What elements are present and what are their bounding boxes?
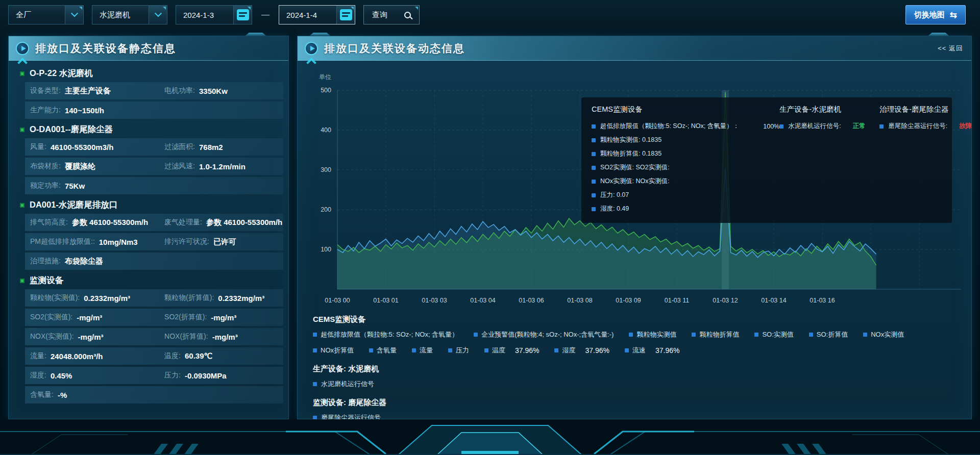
- legend-item[interactable]: 湿度37.96%: [554, 346, 609, 355]
- field-value: 24048.000m³/h: [51, 352, 103, 361]
- section-header: DA001-水泥磨尾排放口: [13, 196, 284, 214]
- legend-item[interactable]: 温度37.96%: [484, 346, 539, 355]
- field-label: 设备类型:: [30, 86, 61, 95]
- legend-item-label: SO:实测值: [762, 330, 793, 339]
- field-label: 流量:: [30, 351, 46, 361]
- legend-item[interactable]: SO:实测值: [754, 330, 793, 339]
- legend-item[interactable]: 压力: [448, 346, 469, 355]
- field-value: 布袋除尘器: [65, 257, 103, 266]
- green-square-icon: [20, 71, 24, 76]
- legend-item-label: SO:折算值: [817, 330, 848, 339]
- legend-marker-icon: [592, 166, 596, 170]
- info-row: 排气筒高度:参数 46100-55300m/h废气处理量:参数 46100-55…: [25, 214, 283, 231]
- info-field: 颗粒物(实测值):0.2332mg/m³: [25, 289, 159, 307]
- legend-item[interactable]: 含氧量: [369, 346, 397, 355]
- svg-text:500: 500: [321, 87, 331, 94]
- info-row: 湿度:0.45%压力:-0.0930MPa: [25, 367, 283, 384]
- field-label: 温度:: [164, 351, 181, 361]
- plant-select-dropdown-button[interactable]: [65, 6, 83, 24]
- static-info-panel: 排放口及关联设备静态信息 O-P-22 水泥磨机设备类型:主要生产设备电机功率:…: [8, 36, 289, 419]
- legend-marker-icon: [625, 348, 629, 352]
- field-label: 排气筒高度:: [30, 218, 68, 227]
- back-button[interactable]: << 返回: [938, 44, 963, 53]
- tooltip-item-value: 100%: [763, 123, 779, 130]
- field-label: 过滤风速:: [164, 162, 195, 171]
- info-field: NOX(实测值):-mg/m³: [25, 328, 159, 345]
- legend-item[interactable]: NOx折算值: [313, 346, 354, 355]
- production-signal-item[interactable]: 水泥磨机运行信号: [313, 380, 963, 389]
- legend-row-1: 超低排放限值（颗拉物:5: SOz-; NOx; 含氧量）企业预警值(颗粒物:4…: [313, 330, 963, 339]
- field-value: 已许可: [213, 237, 236, 247]
- info-row: 设备类型:主要生产设备电机功率:3350Kw: [25, 82, 283, 99]
- date-to-picker-button[interactable]: [336, 6, 355, 24]
- tooltip-item-text: 湿度: 0.49: [600, 205, 629, 213]
- tooltip-production-header: 生产设备-水泥磨机: [779, 105, 879, 114]
- tooltip-treatment-signal: 磨尾除尘器运行信号: 故障: [879, 122, 972, 131]
- legend-marker-icon: [592, 193, 596, 197]
- field-value: 覆膜涤纶: [65, 162, 95, 171]
- legend-item[interactable]: 流量: [412, 346, 433, 355]
- field-label: 湿度:: [30, 371, 46, 380]
- legend-marker-icon: [474, 333, 478, 337]
- field-label: 废气处理量:: [164, 218, 202, 227]
- query-button[interactable]: 查询: [363, 5, 420, 24]
- svg-text:单位: 单位: [319, 73, 331, 81]
- legend-marker-icon: [754, 333, 758, 337]
- info-row: 治理措施:布袋除尘器: [25, 252, 283, 270]
- info-field: 额定功率:75Kw: [25, 177, 159, 194]
- legend-item[interactable]: 颗粒物实测值: [629, 330, 676, 339]
- info-field: 过滤面积:768m2: [159, 138, 283, 156]
- info-row: 颗粒物(实测值):0.2332mg/m³颗粒物(折算值):0.2332mg/m³: [25, 289, 283, 307]
- static-info-panel-title: 排放口及关联设备静态信息: [35, 41, 176, 56]
- date-from-input[interactable]: 2024-1-3: [176, 5, 252, 24]
- plant-select[interactable]: 全厂: [8, 5, 84, 24]
- legend-marker-icon: [592, 180, 596, 184]
- legend-item[interactable]: 超低排放限值（颗拉物:5: SOz-; NOx; 含氧量）: [313, 330, 458, 339]
- info-field: 风量:46100-55300m3/h: [25, 138, 159, 156]
- tooltip-item-text: NOx实测值: NOx实测值:: [600, 177, 669, 186]
- signal-label: 水泥磨机运行信号:: [788, 122, 841, 131]
- svg-text:01-03 11: 01-03 11: [665, 297, 689, 304]
- tooltip-item-text: 颗粒物折算值: 0.1835: [600, 149, 662, 158]
- info-field: 电机功率:3350Kw: [159, 82, 283, 99]
- chart-tooltip: CEMS监测设备 超低排放限值（颗拉物:5: SOz-; NOx; 含氧量）：1…: [581, 97, 952, 223]
- query-button-label: 查询: [372, 10, 404, 20]
- section-header: O-P-22 水泥磨机: [13, 65, 284, 82]
- monitor-signal-item[interactable]: 磨尾除尘器运行信号: [313, 413, 963, 422]
- svg-text:01-03 14: 01-03 14: [761, 297, 786, 304]
- info-row: NOX(实测值):-mg/m³NOX(折算值):-mg/m³: [25, 328, 283, 345]
- tooltip-treatment-header: 治理设备-磨尾除尘器: [879, 105, 972, 114]
- legend-item-label: 流速: [632, 346, 646, 355]
- date-to-input[interactable]: 2024-1-4: [279, 5, 355, 24]
- section-header: O-DA001--磨尾除尘器: [13, 121, 284, 138]
- field-label: SO2(实测值):: [30, 313, 72, 322]
- panel-notch-decoration: [923, 33, 954, 36]
- legend-item-label: 流量: [420, 346, 433, 355]
- tooltip-item: 颗粒物实测值: 0.1835: [592, 136, 779, 144]
- field-value: 60.39℃: [185, 351, 212, 361]
- switch-map-button[interactable]: 切换地图 ⇆: [905, 5, 966, 24]
- legend-item[interactable]: 颗粒物折算值: [692, 330, 739, 339]
- info-row: 风量:46100-55300m3/h过滤面积:768m2: [25, 138, 283, 156]
- tooltip-treatment-column: 治理设备-磨尾除尘器 磨尾除尘器运行信号: 故障: [879, 105, 972, 216]
- info-field: 排污许可状况:已许可: [159, 233, 283, 250]
- signal-label: 磨尾除尘器运行信号:: [888, 122, 947, 131]
- calendar-icon: [237, 9, 249, 20]
- device-select[interactable]: 水泥磨机: [92, 5, 167, 24]
- legend-item[interactable]: 流速37.96%: [625, 346, 679, 355]
- tooltip-cems-items: 超低排放限值（颗拉物:5: SOz-; NOx; 含氧量）：100%颗粒物实测值…: [592, 122, 779, 213]
- svg-text:01-03 06: 01-03 06: [519, 297, 544, 304]
- device-select-dropdown-button[interactable]: [149, 6, 167, 24]
- date-from-picker-button[interactable]: [233, 6, 252, 24]
- field-value: -mg/m³: [212, 333, 238, 341]
- legend-marker-icon: [629, 333, 633, 337]
- info-row: 含氧量:-%: [25, 386, 283, 403]
- legend-item[interactable]: SO:折算值: [809, 330, 848, 339]
- svg-text:01-03 09: 01-03 09: [616, 297, 641, 304]
- switch-map-label: 切换地图: [914, 10, 945, 20]
- legend-item[interactable]: 企业预警值(颗粒物:4; sOz-; NOx-;含氧气量:-): [474, 330, 614, 339]
- legend-item[interactable]: NOx实测值: [863, 330, 904, 339]
- section-header: 监测设备: [13, 272, 284, 289]
- info-field: 布袋材质:覆膜涤纶: [25, 158, 159, 175]
- status-normal: 正常: [853, 122, 866, 131]
